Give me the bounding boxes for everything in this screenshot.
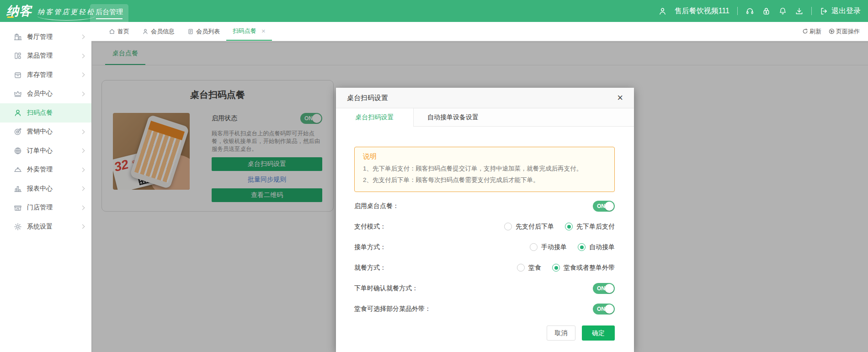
sidebar-item-marketing[interactable]: 营销中心 — [0, 123, 91, 142]
row-partial-takeout: 堂食可选择部分菜品外带： ON — [354, 299, 615, 319]
field-label: 下单时确认就餐方式： — [354, 284, 418, 293]
notice-title: 说明 — [363, 152, 606, 161]
tab-label: 扫码点餐 — [233, 27, 256, 35]
logo-area: 纳客 纳客管店更轻松 — [0, 1, 95, 21]
sidebar-item-label: 订单中心 — [27, 147, 53, 155]
sidebar-item-orders[interactable]: 订单中心 — [0, 141, 91, 160]
tab-scan-order[interactable]: 扫码点餐 × — [226, 22, 272, 41]
sidebar-item-reports[interactable]: 报表中心 — [0, 179, 91, 198]
field-label: 接单方式： — [354, 243, 386, 251]
sidebar-item-label: 扫码点餐 — [27, 109, 53, 117]
storefront-icon — [14, 203, 22, 212]
modal-title: 桌台扫码设置 — [347, 94, 388, 102]
tab-label: 会员列表 — [196, 27, 220, 36]
chevron-right-icon — [80, 73, 85, 77]
notice-line-2: 2、先支付后下单：顾客每次扫码点餐需要支付完成后才能下单。 — [363, 174, 606, 186]
confirm-button[interactable]: 确定 — [582, 325, 615, 341]
layout-icon — [14, 52, 22, 60]
radio-circle — [504, 223, 512, 230]
enable-table-order-toggle[interactable]: ON — [593, 201, 615, 212]
sidebar-item-label: 报表中心 — [27, 185, 53, 193]
toggle-on-label: ON — [597, 285, 605, 292]
app-root: 纳客 纳客管店更轻松 后台管理 售后餐饮视频111 退出登录 餐厅管理 — [0, 0, 868, 352]
modal-tab-auto-accept-device[interactable]: 自动接单设备设置 — [414, 108, 634, 127]
tab-member-info[interactable]: 会员信息 — [136, 22, 181, 41]
accept-mode-radio-group: 手动接单 自动接单 — [530, 243, 615, 251]
toggle-knob — [605, 284, 614, 293]
bell-icon[interactable] — [778, 7, 787, 16]
sidebar-item-dishes[interactable]: 菜品管理 — [0, 47, 91, 66]
radio-label: 手动接单 — [541, 243, 567, 251]
partial-takeout-toggle[interactable]: ON — [593, 304, 615, 315]
radio-manual-accept[interactable]: 手动接单 — [530, 243, 567, 251]
chevron-right-icon — [80, 91, 85, 96]
radio-circle — [578, 243, 586, 251]
download-icon[interactable] — [795, 7, 804, 16]
close-icon[interactable]: × — [617, 93, 623, 103]
sidebar-item-label: 营销中心 — [27, 128, 53, 136]
toggle-on-label: ON — [597, 203, 605, 209]
bar-chart-icon — [14, 185, 22, 193]
tab-label: 首页 — [117, 27, 129, 36]
field-label: 堂食可选择部分菜品外带： — [354, 305, 431, 313]
gear-icon — [14, 223, 22, 231]
sidebar-item-label: 库存管理 — [27, 71, 53, 79]
field-label: 就餐方式： — [354, 264, 386, 272]
sidebar-item-restaurant[interactable]: 餐厅管理 — [0, 27, 91, 47]
modal-body: 说明 1、先下单后支付：顾客扫码点餐提交订单，支持中途加菜，就餐完成后再支付。 … — [336, 127, 634, 352]
radio-pay-first[interactable]: 先支付后下单 — [504, 223, 554, 231]
sidebar-item-settings[interactable]: 系统设置 — [0, 217, 91, 236]
notice-line-1: 1、先下单后支付：顾客扫码点餐提交订单，支持中途加菜，就餐完成后再支付。 — [363, 163, 606, 174]
row-payment-mode: 支付模式： 先支付后下单 先下单后支付 — [354, 216, 615, 237]
admin-nav-tab[interactable]: 后台管理 — [90, 4, 128, 22]
topbar-right: 售后餐饮视频111 退出登录 — [658, 6, 868, 16]
user-icon — [658, 7, 667, 16]
crown-icon — [14, 90, 22, 98]
logout-icon — [820, 7, 828, 16]
refresh-icon — [802, 28, 808, 34]
chevron-right-icon — [80, 35, 85, 39]
confirm-dining-mode-toggle[interactable]: ON — [593, 283, 615, 294]
page-operations-label: 页面操作 — [836, 27, 860, 36]
page-operations-button[interactable]: 页面操作 — [829, 27, 860, 36]
cancel-button[interactable]: 取消 — [547, 325, 575, 341]
brand-logo: 纳客 — [6, 1, 32, 21]
logout-label: 退出登录 — [831, 6, 861, 16]
sidebar-item-scan-order[interactable]: 扫码点餐 — [0, 103, 91, 123]
radio-label: 先支付后下单 — [516, 223, 554, 231]
refresh-button[interactable]: 刷新 — [802, 27, 821, 36]
chevron-right-icon — [80, 129, 85, 134]
sidebar: 餐厅管理 菜品管理 库存管理 会员中心 扫码点餐 营销中心 — [0, 22, 91, 352]
radio-label: 自动接单 — [589, 243, 615, 251]
document-icon — [187, 28, 194, 35]
headset-icon[interactable] — [746, 7, 754, 16]
row-confirm-dining-mode: 下单时确认就餐方式： ON — [354, 278, 615, 299]
username-text[interactable]: 售后餐饮视频111 — [675, 6, 730, 16]
radio-dine-in-or-takeout[interactable]: 堂食或者整单外带 — [552, 264, 615, 272]
admin-nav-tab-label: 后台管理 — [96, 8, 123, 18]
brand-slogan: 纳客管店更轻松 — [37, 8, 95, 21]
lock-icon[interactable] — [762, 7, 771, 16]
tab-close-icon[interactable]: × — [261, 27, 266, 35]
tab-member-list[interactable]: 会员列表 — [181, 22, 226, 41]
table-scan-settings-modal: 桌台扫码设置 × 桌台扫码设置 自动接单设备设置 说明 1、先下单后支付：顾客扫… — [336, 88, 634, 352]
field-label: 启用桌台点餐： — [354, 202, 399, 210]
divider — [737, 7, 738, 15]
tab-home[interactable]: 首页 — [102, 22, 136, 41]
sidebar-item-members[interactable]: 会员中心 — [0, 85, 91, 104]
sidebar-item-stores[interactable]: 门店管理 — [0, 198, 91, 218]
sidebar-item-label: 门店管理 — [27, 203, 53, 212]
row-dining-mode: 就餐方式： 堂食 堂食或者整单外带 — [354, 257, 615, 278]
chevron-right-icon — [80, 53, 85, 58]
logout-button[interactable]: 退出登录 — [820, 6, 861, 16]
radio-dine-in[interactable]: 堂食 — [517, 264, 541, 272]
sidebar-item-inventory[interactable]: 库存管理 — [0, 65, 91, 85]
tabbar-actions: 刷新 页面操作 — [802, 22, 868, 41]
radio-auto-accept[interactable]: 自动接单 — [578, 243, 615, 251]
cloche-icon — [14, 165, 22, 174]
sidebar-item-takeout[interactable]: 外卖管理 — [0, 160, 91, 180]
target-icon — [14, 128, 22, 136]
radio-order-first[interactable]: 先下单后支付 — [565, 223, 615, 231]
modal-tab-table-scan-settings[interactable]: 桌台扫码设置 — [336, 108, 414, 127]
payment-mode-radio-group: 先支付后下单 先下单后支付 — [504, 223, 615, 231]
